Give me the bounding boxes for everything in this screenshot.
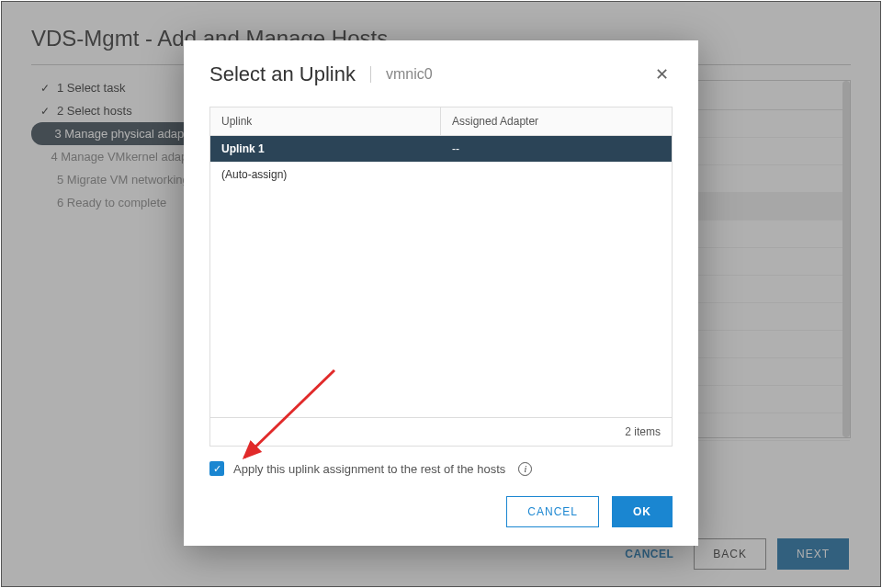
uplink-table: Uplink Assigned Adapter Uplink 1--(Auto-… [209,107,673,447]
column-header-uplink[interactable]: Uplink [210,107,441,135]
apply-to-rest-checkbox[interactable]: ✓ [209,461,224,476]
modal-ok-button[interactable]: OK [612,496,673,527]
close-icon[interactable]: ✕ [651,61,673,88]
info-icon[interactable]: i [518,462,532,476]
select-uplink-modal: Select an Uplink vmnic0 ✕ Uplink Assigne… [184,40,698,546]
uplink-row[interactable]: Uplink 1-- [210,136,672,162]
uplink-name: Uplink 1 [210,136,441,162]
assigned-adapter: -- [441,136,672,162]
column-header-assigned-adapter[interactable]: Assigned Adapter [441,107,672,135]
modal-subtitle: vmnic0 [370,66,433,83]
modal-title: Select an Uplink [209,62,356,86]
modal-cancel-button[interactable]: CANCEL [506,496,599,527]
assigned-adapter [441,162,672,187]
table-item-count: 2 items [210,417,672,446]
apply-to-rest-label: Apply this uplink assignment to the rest… [233,462,505,476]
uplink-name: (Auto-assign) [210,162,441,187]
uplink-row[interactable]: (Auto-assign) [210,162,672,187]
